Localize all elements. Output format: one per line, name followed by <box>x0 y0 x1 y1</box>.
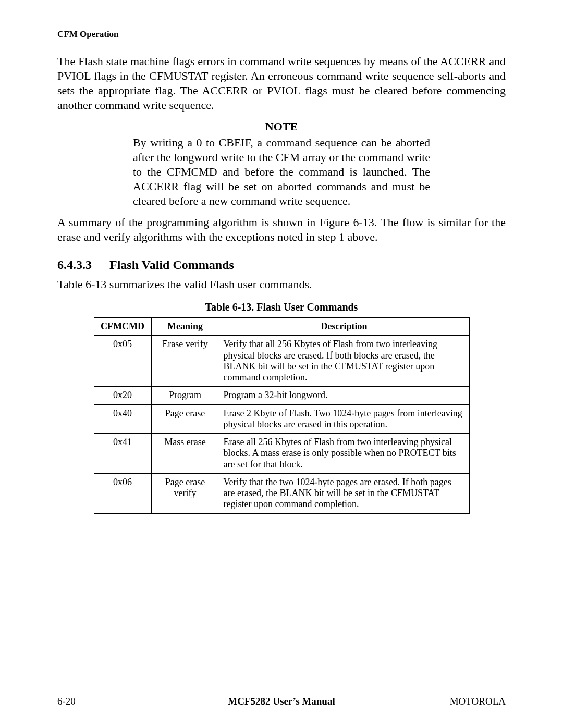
paragraph-summary: A summary of the programming algorithm i… <box>57 215 506 244</box>
cell-description: Erase all 256 Kbytes of Flash from two i… <box>219 434 469 474</box>
cell-cfmcmd: 0x06 <box>94 473 151 513</box>
section-heading: 6.4.3.3Flash Valid Commands <box>57 258 506 272</box>
cell-description: Verify that all 256 Kbytes of Flash from… <box>219 336 469 387</box>
paragraph-table-intro: Table 6-13 summarizes the valid Flash us… <box>57 277 506 292</box>
table-row: 0x05 Erase verify Verify that all 256 Kb… <box>94 336 469 387</box>
section-title: Flash Valid Commands <box>109 258 234 272</box>
cell-cfmcmd: 0x41 <box>94 434 151 474</box>
paragraph-intro: The Flash state machine flags errors in … <box>57 54 506 113</box>
cell-cfmcmd: 0x20 <box>94 387 151 404</box>
footer-page-number: 6-20 <box>57 696 76 707</box>
note-title: NOTE <box>57 120 506 133</box>
cell-meaning: Page erase <box>151 404 219 433</box>
table-row: 0x41 Mass erase Erase all 256 Kbytes of … <box>94 434 469 474</box>
footer-brand: MOTOROLA <box>450 696 506 707</box>
note-block: NOTE By writing a 0 to CBEIF, a command … <box>57 120 506 208</box>
table-caption: Table 6-13. Flash User Commands <box>57 301 506 313</box>
cell-cfmcmd: 0x05 <box>94 336 151 387</box>
cell-description: Program a 32-bit longword. <box>219 387 469 404</box>
th-cfmcmd: CFMCMD <box>94 318 151 336</box>
cell-meaning: Mass erase <box>151 434 219 474</box>
page-footer: 6-20 MCF5282 User’s Manual MOTOROLA <box>57 696 506 707</box>
cell-meaning: Page erase verify <box>151 473 219 513</box>
cell-description: Erase 2 Kbyte of Flash. Two 1024-byte pa… <box>219 404 469 433</box>
table-row: 0x40 Page erase Erase 2 Kbyte of Flash. … <box>94 404 469 433</box>
table-header-row: CFMCMD Meaning Description <box>94 318 469 336</box>
table-row: 0x20 Program Program a 32-bit longword. <box>94 387 469 404</box>
note-body: By writing a 0 to CBEIF, a command seque… <box>133 135 430 208</box>
running-header: CFM Operation <box>57 29 506 40</box>
cell-description: Verify that the two 1024-byte pages are … <box>219 473 469 513</box>
flash-commands-table: CFMCMD Meaning Description 0x05 Erase ve… <box>94 317 470 513</box>
section-number: 6.4.3.3 <box>57 258 109 272</box>
page: CFM Operation The Flash state machine fl… <box>0 0 563 728</box>
cell-cfmcmd: 0x40 <box>94 404 151 433</box>
table-row: 0x06 Page erase verify Verify that the t… <box>94 473 469 513</box>
cell-meaning: Erase verify <box>151 336 219 387</box>
cell-meaning: Program <box>151 387 219 404</box>
footer-doc-title: MCF5282 User’s Manual <box>57 696 506 707</box>
th-meaning: Meaning <box>151 318 219 336</box>
footer-rule <box>57 688 506 688</box>
th-description: Description <box>219 318 469 336</box>
